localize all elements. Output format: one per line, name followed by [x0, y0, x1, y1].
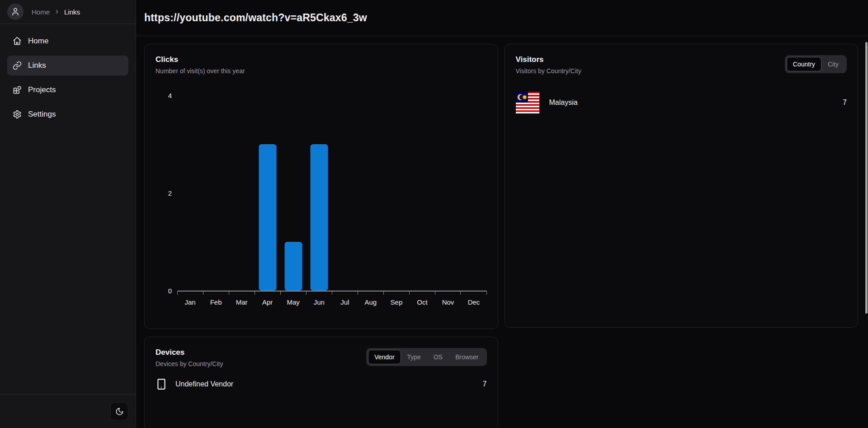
x-axis-tick	[306, 292, 332, 295]
bar-jun[interactable]	[310, 144, 328, 291]
x-axis-tick	[229, 292, 255, 295]
x-axis-tick	[460, 292, 486, 295]
x-axis-label-aug: Aug	[358, 298, 383, 306]
bar-slot-mar	[229, 95, 255, 291]
tab-browser[interactable]: Browser	[449, 350, 485, 364]
user-icon	[11, 7, 20, 16]
tab-city[interactable]: City	[821, 57, 845, 71]
visitors-title: Visitors	[516, 55, 581, 64]
breadcrumb-links: Links	[64, 8, 80, 16]
visitors-card: Visitors Visitors by Country/City Countr…	[505, 44, 859, 328]
bar-slot-may	[280, 95, 306, 291]
sidebar-footer	[0, 394, 136, 428]
devices-tab-group: Vendor Type OS Browser	[366, 348, 486, 366]
home-icon	[13, 37, 22, 46]
breadcrumb: Home Links	[32, 8, 80, 16]
sidebar-item-label: Settings	[28, 110, 56, 119]
right-column: Visitors Visitors by Country/City Countr…	[505, 44, 859, 428]
x-axis-tick	[203, 292, 229, 295]
x-axis-label-apr: Apr	[255, 298, 280, 306]
plot-wrap: JanFebMarAprMayJunJulAugSepOctNovDec	[177, 95, 487, 306]
x-axis-tick	[358, 292, 383, 295]
blocks-icon	[13, 85, 22, 94]
x-axis-tick	[177, 292, 203, 295]
device-row: Undefined Vendor 7	[156, 378, 487, 390]
clicks-subtitle: Number of visit(s) over this year	[156, 67, 245, 75]
theme-toggle-button[interactable]	[110, 402, 128, 420]
sidebar-item-label: Links	[28, 61, 46, 70]
bar-slot-sep	[383, 95, 409, 291]
clicks-title: Clicks	[156, 55, 245, 64]
clicks-bar-chart: 420 JanFebMarAprMayJunJulAugSepOctNovDec	[156, 95, 487, 306]
bar-slot-aug	[358, 95, 383, 291]
bar-slot-jul	[332, 95, 358, 291]
x-axis-label-dec: Dec	[461, 298, 487, 306]
x-axis-label-mar: Mar	[229, 298, 255, 306]
x-axis-label-jun: Jun	[306, 298, 332, 306]
link-icon	[13, 61, 22, 70]
sidebar: Home Links Home Links Projects	[0, 0, 136, 428]
devices-card: Devices Devices by Country/City Vendor T…	[144, 337, 498, 428]
tab-country[interactable]: Country	[787, 57, 821, 71]
main-area: https://youtube.com/watch?v=aR5Ckax6_3w …	[136, 0, 868, 428]
y-axis-labels: 420	[156, 95, 177, 291]
x-axis-labels: JanFebMarAprMayJunJulAugSepOctNovDec	[177, 298, 487, 306]
bar-slot-apr	[255, 95, 280, 291]
devices-title: Devices	[156, 348, 223, 357]
x-axis-tick	[280, 292, 306, 295]
x-axis-tick	[332, 292, 358, 295]
left-column: Clicks Number of visit(s) over this year…	[144, 44, 498, 428]
breadcrumb-home[interactable]: Home	[32, 8, 50, 16]
devices-subtitle: Devices by Country/City	[156, 360, 223, 367]
gear-icon	[13, 110, 22, 119]
sidebar-item-settings[interactable]: Settings	[7, 104, 128, 124]
visitors-subtitle: Visitors by Country/City	[516, 67, 581, 75]
x-axis-label-may: May	[280, 298, 306, 306]
x-axis-tick	[409, 292, 435, 295]
content: Clicks Number of visit(s) over this year…	[136, 36, 868, 428]
bar-slot-feb	[203, 95, 229, 291]
x-axis-label-jan: Jan	[177, 298, 203, 306]
bar-chart-bars	[177, 95, 487, 291]
clicks-card: Clicks Number of visit(s) over this year…	[144, 44, 498, 329]
y-tick-label: 4	[168, 92, 172, 99]
visitor-row-count: 7	[843, 99, 847, 107]
avatar[interactable]	[7, 4, 24, 20]
visitors-tab-group: Country City	[785, 55, 847, 73]
smartphone-icon	[156, 378, 167, 390]
device-row-count: 7	[483, 380, 487, 388]
bar-slot-jun	[306, 95, 332, 291]
tab-type[interactable]: Type	[401, 350, 427, 364]
y-tick-label: 0	[168, 287, 172, 295]
sidebar-item-label: Home	[28, 37, 48, 46]
x-axis-tick	[255, 292, 280, 295]
x-axis-label-nov: Nov	[435, 298, 461, 306]
bar-chart-plot	[177, 95, 487, 291]
bar-may[interactable]	[284, 242, 302, 291]
scrollbar-thumb[interactable]	[865, 42, 868, 314]
bar-slot-oct	[409, 95, 435, 291]
x-axis-ticks	[177, 292, 487, 295]
x-axis-label-feb: Feb	[203, 298, 229, 306]
sidebar-item-projects[interactable]: Projects	[7, 80, 128, 100]
tab-os[interactable]: OS	[427, 350, 449, 364]
bar-slot-jan	[177, 95, 203, 291]
sidebar-spacer	[0, 132, 136, 394]
x-axis-tick	[435, 292, 461, 295]
bar-slot-nov	[435, 95, 461, 291]
sidebar-item-home[interactable]: Home	[7, 31, 128, 51]
visitor-row: Malaysia 7	[516, 92, 847, 113]
sidebar-item-links[interactable]: Links	[7, 56, 128, 75]
moon-icon	[115, 407, 124, 416]
bar-apr[interactable]	[259, 144, 276, 291]
sidebar-item-label: Projects	[28, 85, 56, 94]
y-tick-label: 2	[168, 189, 172, 197]
page-title: https://youtube.com/watch?v=aR5Ckax6_3w	[144, 12, 367, 24]
x-axis-label-jul: Jul	[332, 298, 358, 306]
x-axis-label-oct: Oct	[409, 298, 435, 306]
sidebar-nav: Home Links Projects Settings	[0, 24, 136, 132]
malaysia-flag	[516, 92, 539, 113]
tab-vendor[interactable]: Vendor	[368, 350, 401, 364]
bar-slot-dec	[461, 95, 487, 291]
devices-card-header: Devices Devices by Country/City Vendor T…	[156, 348, 487, 367]
